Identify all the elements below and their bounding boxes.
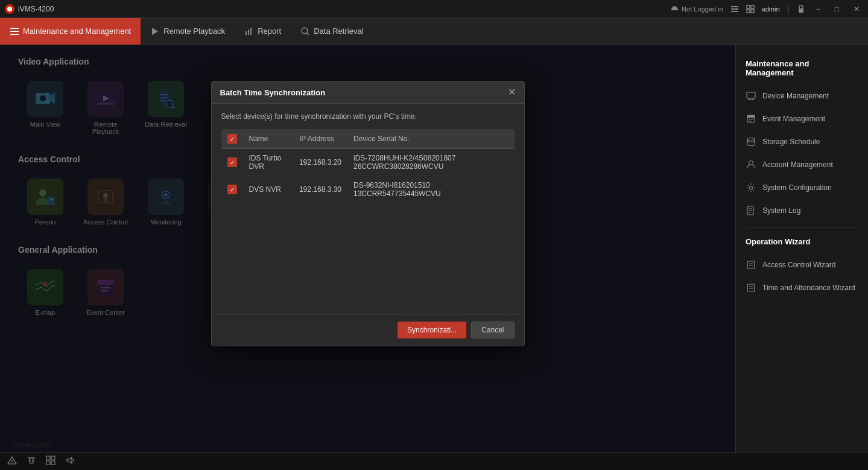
modal-title: Batch Time Synchronization: [220, 88, 326, 97]
sidebar-label-system-log: System Log: [762, 206, 800, 215]
modal-close-button[interactable]: ✕: [508, 87, 516, 97]
system-configuration-icon: [746, 182, 756, 193]
time-wizard-icon: [746, 282, 756, 293]
menu-item-maintenance[interactable]: Maintenance and Management: [0, 18, 141, 45]
row1-name: IDS Turbo DVR: [243, 149, 293, 176]
sidebar-item-event-management[interactable]: Event Management: [736, 107, 868, 130]
toolbar-icon1[interactable]: [730, 5, 739, 13]
sidebar-item-account-management[interactable]: Account Management: [736, 153, 868, 176]
sidebar-label-event: Event Management: [762, 115, 825, 123]
lock-icon[interactable]: [797, 5, 805, 13]
svg-rect-81: [51, 461, 55, 465]
storage-schedule-icon: [746, 136, 756, 147]
svg-rect-50: [747, 92, 755, 98]
sync-button[interactable]: Synchronizati...: [398, 322, 466, 338]
row2-serial: DS-9632NI-I816201510 13CCRR547735445WCVU: [347, 176, 515, 203]
row1-checkbox[interactable]: ✓: [227, 157, 237, 167]
modal-dialog: Batch Time Synchronization ✕ Select devi…: [211, 81, 525, 346]
modal-description: Select device(s) for time synchronizatio…: [221, 112, 515, 121]
event-management-icon: [746, 113, 756, 124]
svg-rect-80: [46, 461, 50, 465]
sidebar-divider: [746, 227, 858, 227]
sidebar-wizard-title: Operation Wizard: [736, 232, 868, 253]
svg-rect-78: [46, 456, 50, 460]
delete-icon[interactable]: [27, 456, 36, 467]
sidebar-label-access-wizard: Access Control Wizard: [762, 261, 835, 269]
svg-point-0: [7, 7, 12, 11]
sidebar-item-access-wizard[interactable]: Access Control Wizard: [736, 253, 868, 276]
sidebar-item-system-configuration[interactable]: System Configuration: [736, 176, 868, 199]
warning-icon[interactable]: [7, 456, 17, 467]
menu-label-retrieval: Data Retrieval: [314, 27, 363, 36]
cancel-button[interactable]: Cancel: [471, 322, 514, 338]
device-management-icon: [746, 91, 756, 101]
toolbar-icon2[interactable]: [746, 5, 755, 13]
svg-rect-69: [747, 284, 755, 291]
sidebar-item-device-management[interactable]: Device Management: [736, 84, 868, 107]
device-table: ✓ Name IP Address Device Serial No.: [221, 129, 515, 203]
account-management-icon: [746, 159, 756, 170]
menu-item-playback[interactable]: Remote Playback: [141, 18, 235, 45]
svg-rect-11: [10, 34, 19, 35]
table-row: ✓ IDS Turbo DVR 192.168.3.20 iDS-7208HUH…: [221, 149, 515, 176]
cloud-status-text: Not Logged in: [682, 5, 723, 13]
svg-rect-8: [799, 8, 803, 13]
sidebar-item-time-wizard[interactable]: Time and Attendance Wizard: [736, 276, 868, 299]
row2-checkbox[interactable]: ✓: [227, 185, 237, 194]
sidebar-item-system-log[interactable]: System Log: [736, 199, 868, 222]
table-row: ✓ DVS NVR 192.168.3.30 DS-9632NI-I816201…: [221, 176, 515, 203]
close-button[interactable]: ✕: [850, 4, 863, 14]
sidebar-label-time-wizard: Time and Attendance Wizard: [762, 284, 855, 292]
title-bar-right: Not Logged in admin | − □ ✕: [671, 4, 863, 14]
cloud-status: Not Logged in: [671, 5, 723, 13]
svg-rect-7: [751, 10, 754, 13]
volume-icon[interactable]: [65, 456, 75, 467]
sidebar-label-account: Account Management: [762, 160, 833, 169]
header-checkbox[interactable]: ✓: [227, 134, 237, 144]
restore-button[interactable]: □: [831, 4, 843, 14]
title-bar: iVMS-4200 Not Logged in admin | − □ ✕: [0, 0, 868, 18]
menu-bar: Maintenance and Management Remote Playba…: [0, 18, 868, 45]
sidebar-label-storage: Storage Schedule: [762, 138, 820, 146]
svg-rect-9: [10, 28, 19, 29]
menu-icon-report: [244, 27, 254, 36]
svg-rect-3: [731, 11, 738, 12]
svg-rect-1: [731, 6, 738, 7]
sidebar-item-storage-schedule[interactable]: Storage Schedule: [736, 130, 868, 153]
table-header-row: ✓ Name IP Address Device Serial No.: [221, 129, 515, 149]
sidebar-label-system-config: System Configuration: [762, 183, 832, 192]
grid-icon[interactable]: [46, 456, 55, 467]
svg-point-58: [747, 138, 755, 141]
system-log-icon: [746, 205, 756, 216]
menu-icon-maintenance: [10, 27, 19, 36]
table-header-name: Name: [243, 129, 293, 149]
menu-item-retrieval[interactable]: Data Retrieval: [291, 18, 373, 45]
svg-point-74: [11, 462, 12, 463]
admin-info[interactable]: admin: [762, 5, 780, 13]
row1-checkbox-cell: ✓: [221, 149, 243, 176]
svg-rect-15: [250, 28, 252, 35]
menu-icon-retrieval: [300, 27, 310, 36]
modal-overlay: Batch Time Synchronization ✕ Select devi…: [0, 45, 735, 452]
table-header-serial: Device Serial No.: [347, 129, 515, 149]
table-header-ip: IP Address: [293, 129, 347, 149]
cloud-icon: [671, 5, 679, 13]
menu-item-report[interactable]: Report: [235, 18, 291, 45]
menu-label-playback: Remote Playback: [163, 27, 225, 36]
svg-line-17: [307, 33, 309, 35]
row2-checkbox-cell: ✓: [221, 176, 243, 203]
svg-rect-79: [51, 456, 55, 460]
modal-header: Batch Time Synchronization ✕: [212, 81, 524, 104]
app-icon: [5, 4, 14, 14]
status-bar: [0, 452, 868, 470]
minimize-button[interactable]: −: [813, 4, 824, 14]
svg-rect-4: [747, 5, 750, 8]
modal-footer: Synchronizati... Cancel: [212, 314, 524, 346]
svg-rect-6: [747, 10, 750, 13]
svg-rect-13: [246, 31, 247, 35]
row2-name: DVS NVR: [243, 176, 293, 203]
title-bar-left: iVMS-4200: [5, 4, 54, 14]
sidebar-maintenance-title: Maintenance and Management: [736, 54, 868, 84]
row2-ip: 192.168.3.30: [293, 176, 347, 203]
svg-rect-5: [751, 5, 754, 8]
